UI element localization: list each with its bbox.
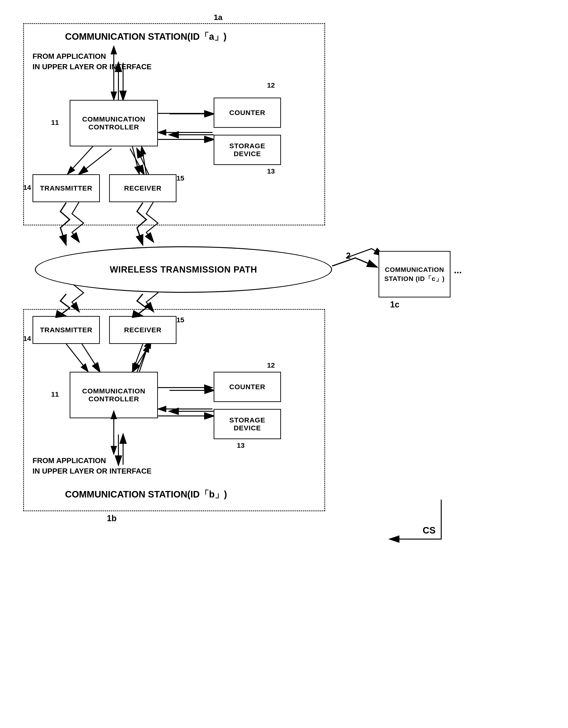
station-b-counter: COUNTER	[214, 372, 281, 402]
station-b-title: COMMUNICATION STATION(ID「b」)	[65, 488, 227, 501]
cs-bracket	[371, 488, 464, 558]
station-b-counter-id: 12	[267, 361, 275, 369]
station-b-from-app: FROM APPLICATIONIN UPPER LAYER OR INTERF…	[33, 455, 152, 476]
station-c-id: 1c	[390, 300, 399, 310]
station-a-receiver-id: 15	[177, 174, 184, 182]
wireless-id: 2	[346, 251, 351, 261]
station-b-receiver: RECEIVER	[109, 316, 177, 344]
station-c-dots: ...	[454, 265, 462, 275]
station-a-id: 1a	[214, 13, 223, 22]
wireless-path-ellipse: WIRELESS TRANSMISSION PATH	[35, 246, 332, 293]
station-a-from-app: FROM APPLICATIONIN UPPER LAYER OR INTERF…	[33, 51, 152, 72]
station-a-comm-controller: COMMUNICATIONCONTROLLER	[70, 100, 158, 146]
station-c-box: COMMUNICATIONSTATION (ID「c」)	[378, 251, 450, 297]
station-b-storage: STORAGEDEVICE	[214, 409, 281, 439]
station-a-transmitter: TRANSMITTER	[33, 174, 100, 202]
station-b-receiver-id: 15	[177, 316, 184, 324]
station-b-transmitter-id: 14	[23, 335, 31, 343]
station-a-comm-controller-id: 11	[51, 119, 59, 126]
station-a-receiver: RECEIVER	[109, 174, 177, 202]
station-a-counter: COUNTER	[214, 98, 281, 128]
station-a-storage-id: 13	[267, 167, 275, 175]
station-b-comm-controller: COMMUNICATIONCONTROLLER	[70, 372, 158, 418]
diagram: 1a COMMUNICATION STATION(ID「a」) FROM APP…	[0, 0, 568, 728]
station-a-counter-id: 12	[267, 81, 275, 89]
station-a-transmitter-id: 14	[23, 184, 31, 191]
station-b-transmitter: TRANSMITTER	[33, 316, 100, 344]
station-b-comm-controller-id: 11	[51, 390, 59, 398]
station-a-storage: STORAGEDEVICE	[214, 135, 281, 165]
station-b-id: 1b	[107, 514, 117, 523]
station-b-storage-id: 13	[237, 441, 245, 449]
station-a-title: COMMUNICATION STATION(ID「a」)	[65, 30, 227, 43]
